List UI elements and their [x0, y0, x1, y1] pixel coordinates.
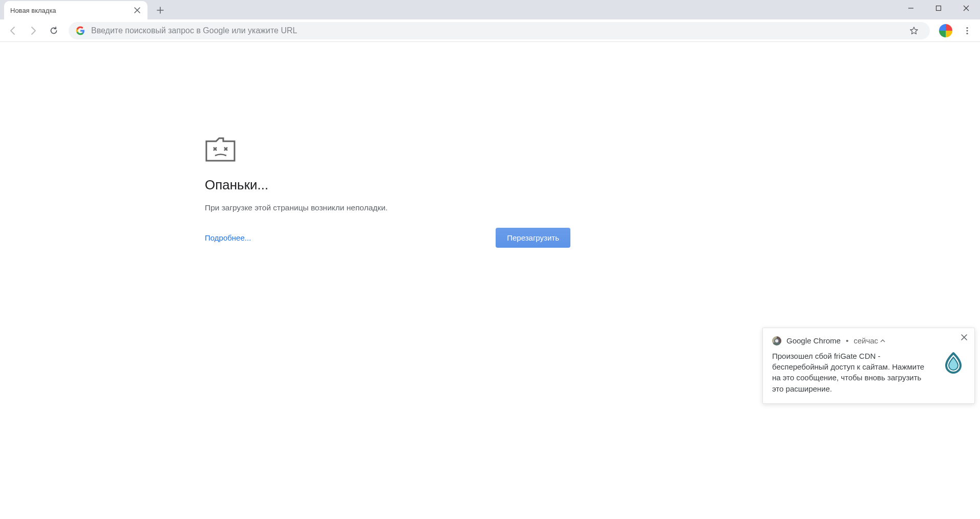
reload-page-button[interactable]: Перезагрузить [496, 228, 570, 248]
toast-header: Google Chrome • сейчас [772, 336, 965, 345]
close-tab-icon[interactable] [133, 6, 141, 14]
svg-rect-0 [936, 6, 941, 11]
toolbar [0, 19, 980, 42]
bookmark-star-icon[interactable] [905, 22, 923, 39]
toast-separator: • [846, 336, 848, 345]
back-button[interactable] [4, 22, 22, 39]
svg-point-3 [966, 32, 968, 34]
svg-point-1 [966, 27, 968, 28]
learn-more-link[interactable]: Подробнее... [205, 233, 251, 242]
address-input[interactable] [91, 26, 899, 35]
omnibox[interactable] [69, 22, 930, 39]
maximize-button[interactable] [925, 0, 952, 16]
page-content: Опаньки... При загрузке этой страницы во… [0, 42, 980, 519]
error-interstitial: Опаньки... При загрузке этой страницы во… [205, 136, 570, 248]
new-tab-button[interactable] [153, 3, 168, 18]
toast-body-text: Произошел сбой friGate CDN - бесперебойн… [772, 351, 934, 394]
window-controls [897, 0, 980, 19]
extension-drop-icon [942, 351, 965, 374]
toast-timestamp: сейчас [854, 336, 885, 345]
browser-tab[interactable]: Новая вкладка [4, 1, 147, 19]
kebab-menu-icon[interactable] [958, 22, 976, 39]
sad-folder-icon [205, 136, 570, 163]
minimize-button[interactable] [897, 0, 925, 16]
close-window-button[interactable] [952, 0, 980, 16]
toast-close-icon[interactable] [959, 332, 969, 342]
notification-toast[interactable]: Google Chrome • сейчас Произошел сбой fr… [762, 328, 975, 404]
svg-point-2 [966, 30, 968, 31]
reload-button[interactable] [45, 22, 62, 39]
chevron-up-icon [880, 338, 885, 343]
google-g-icon [76, 26, 85, 35]
tab-title: Новая вкладка [10, 7, 133, 14]
error-title: Опаньки... [205, 177, 570, 193]
chrome-icon [772, 336, 781, 345]
tab-strip: Новая вкладка [0, 0, 980, 19]
error-message: При загрузке этой страницы возникли непо… [205, 203, 570, 212]
toast-app-name: Google Chrome [786, 336, 841, 345]
forward-button[interactable] [25, 22, 42, 39]
profile-avatar[interactable] [939, 24, 952, 37]
